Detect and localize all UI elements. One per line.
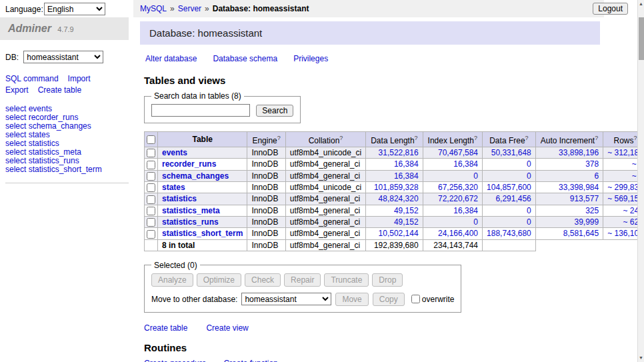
index-length-link[interactable]: 16,384 (453, 159, 478, 169)
row-checkbox-recorder-runs[interactable] (147, 161, 155, 169)
sidebar-link-import[interactable]: Import (68, 74, 91, 83)
auto-increment-link[interactable]: 33,898,196 (559, 148, 599, 157)
auto-increment-link[interactable]: 325 (585, 206, 599, 215)
search-button[interactable]: Search (256, 105, 293, 117)
create-view-link[interactable]: Create view (206, 323, 248, 333)
row-checkbox-statistics-runs[interactable] (147, 218, 155, 227)
overwrite-checkbox[interactable] (411, 295, 420, 303)
sidebar-operations: SQL commandImportExportCreate table (5, 73, 133, 96)
auto-increment-link[interactable]: 378 (585, 159, 599, 169)
table-name-link-statistics-meta[interactable]: statistics_meta (162, 206, 220, 215)
scroll-down-arrow[interactable]: ▼ (638, 354, 644, 362)
index-length-link[interactable]: 70,467,584 (438, 148, 478, 157)
vertical-scrollbar[interactable]: ▲ ▼ (637, 0, 644, 362)
column-help-link[interactable]: ? (595, 135, 598, 141)
table-name-link-recorder-runs[interactable]: recorder_runs (162, 159, 216, 169)
auto-increment-link[interactable]: 6 (594, 171, 599, 181)
column-help-link[interactable]: ? (525, 135, 529, 141)
create-function-link[interactable]: Create function (223, 359, 277, 362)
total-select-cell (145, 239, 158, 251)
sidebar-link-export[interactable]: Export (5, 85, 29, 95)
auto-increment-link[interactable]: 913,577 (570, 194, 599, 203)
bulk-optimize-button[interactable]: Optimize (197, 273, 241, 287)
data-free-link[interactable]: 50,331,648 (491, 148, 531, 157)
row-checkbox-statistics-short-term[interactable] (147, 230, 155, 239)
data-length-link[interactable]: 10,502,144 (379, 229, 419, 238)
logout-button[interactable]: Logout (593, 3, 628, 15)
auto-increment-link[interactable]: 39,999 (574, 217, 599, 227)
data-free-link[interactable]: 0 (527, 217, 531, 227)
bulk-analyze-button[interactable]: Analyze (151, 273, 193, 287)
table-name-link-statistics-short-term[interactable]: statistics_short_term (162, 229, 243, 238)
index-length-link[interactable]: 24,166,400 (438, 229, 478, 238)
row-checkbox-schema-changes[interactable] (147, 172, 155, 181)
column-help-link[interactable]: ? (634, 135, 637, 141)
data-length-link[interactable]: 16,384 (394, 159, 419, 169)
column-help-link[interactable]: ? (474, 135, 477, 141)
scroll-up-arrow[interactable]: ▲ (638, 0, 644, 8)
search-input[interactable] (151, 104, 250, 117)
breadcrumb-link-mysql[interactable]: MySQL (140, 4, 167, 13)
sidebar-select-statistics-short-term[interactable]: select statistics_short_term (5, 165, 129, 174)
data-free-link[interactable]: 6,291,456 (495, 194, 531, 203)
row-checkbox-events[interactable] (147, 149, 155, 157)
row-checkbox-states[interactable] (147, 183, 155, 192)
action-alter-database[interactable]: Alter database (145, 54, 197, 63)
breadcrumb-link-server[interactable]: Server (178, 4, 201, 13)
bulk-drop-button[interactable]: Drop (372, 273, 403, 287)
scrollbar-thumb[interactable] (639, 17, 644, 60)
data-free-cell: 188,743,680 (483, 228, 536, 239)
action-privileges[interactable]: Privileges (293, 54, 328, 63)
bulk-truncate-button[interactable]: Truncate (324, 273, 369, 287)
action-database-schema[interactable]: Database schema (213, 54, 277, 63)
bulk-repair-button[interactable]: Repair (284, 273, 321, 287)
table-name-link-events[interactable]: events (162, 148, 187, 157)
data-length-link[interactable]: 49,152 (394, 217, 419, 227)
move-button[interactable]: Move (335, 293, 368, 306)
column-help-link[interactable]: ? (277, 135, 281, 141)
app-header: Adminer 4.7.9 (0, 17, 129, 40)
engine-cell: InnoDB (247, 216, 285, 227)
table-name-link-statistics[interactable]: statistics (162, 194, 197, 203)
copy-button[interactable]: Copy (373, 293, 405, 306)
row-checkbox-statistics-meta[interactable] (147, 207, 155, 215)
table-name-link-schema-changes[interactable]: schema_changes (162, 171, 229, 181)
data-length-link[interactable]: 49,152 (394, 206, 419, 215)
column-help-link[interactable]: ? (415, 135, 418, 141)
data-length-link[interactable]: 101,859,328 (374, 183, 419, 192)
data-length-link[interactable]: 31,522,816 (379, 148, 419, 157)
index-length-link[interactable]: 0 (473, 217, 478, 227)
data-length-link[interactable]: 48,824,320 (379, 194, 419, 203)
data-free-link[interactable]: 188,743,680 (487, 229, 531, 238)
create-procedure-link[interactable]: Create procedure (144, 359, 206, 362)
app-name: Adminer (8, 23, 51, 34)
table-name-link-statistics-runs[interactable]: statistics_runs (162, 217, 219, 227)
auto-increment-link[interactable]: 33,398,984 (559, 183, 599, 192)
data-free-link[interactable]: 0 (527, 159, 531, 169)
bulk-check-button[interactable]: Check (245, 273, 281, 287)
language-select[interactable]: English (44, 3, 105, 15)
row-checkbox-statistics[interactable] (147, 195, 155, 204)
index-length-link[interactable]: 67,256,320 (438, 183, 478, 192)
select-all-checkbox[interactable] (147, 135, 155, 144)
db-select[interactable]: homeassistant (23, 51, 103, 63)
index-length-link[interactable]: 16,384 (453, 206, 478, 215)
sidebar-link-sql-command[interactable]: SQL command (5, 74, 59, 83)
sidebar-link-create-table[interactable]: Create table (38, 85, 81, 95)
collation-cell: utf8mb4_general_ci (285, 228, 365, 239)
table-name-link-states[interactable]: states (162, 183, 185, 192)
data-free-link[interactable]: 104,857,600 (487, 183, 531, 192)
table-name-cell: statistics_short_term (158, 228, 247, 239)
auto-increment-link[interactable]: 8,581,645 (563, 229, 599, 238)
index-length-link[interactable]: 0 (473, 171, 478, 181)
data-length-link[interactable]: 16,384 (394, 171, 419, 181)
data-free-link[interactable]: 0 (527, 171, 531, 181)
column-header-auto-increment: Auto Increment? (535, 132, 603, 147)
move-database-select[interactable]: homeassistant (241, 293, 331, 305)
create-table-link[interactable]: Create table (144, 323, 187, 333)
index-length-cell: 70,467,584 (423, 147, 482, 159)
column-help-link[interactable]: ? (339, 135, 343, 141)
data-free-link[interactable]: 0 (527, 206, 531, 215)
data-length-cell: 49,152 (366, 216, 423, 227)
index-length-link[interactable]: 72,220,672 (438, 194, 478, 203)
